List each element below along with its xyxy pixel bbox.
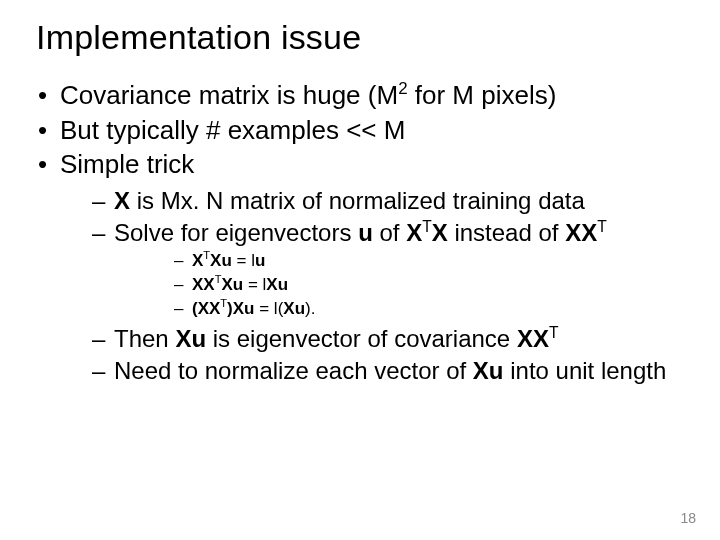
bullet-1-sup: 2 (398, 79, 407, 98)
bullet-2: But typically # examples << M (30, 114, 690, 147)
sub-2-cT: T (422, 218, 432, 235)
sub-2-e: instead of (448, 219, 565, 246)
slide-title: Implementation issue (36, 18, 690, 57)
sub-2-c: X (406, 219, 422, 246)
bullet-1-text-a: Covariance matrix is huge (M (60, 80, 398, 110)
eq-3: (XXT)Xu = l(Xu). (114, 298, 690, 321)
sub-4-c: into unit length (504, 357, 667, 384)
sub-4: Need to normalize each vector of Xu into… (60, 355, 690, 386)
eq1-eq: = l (232, 251, 255, 270)
sub-2-d: X (432, 219, 448, 246)
bullet-1-text-b: for M pixels) (408, 80, 557, 110)
sub-2-b: of (373, 219, 406, 246)
eq1-b: Xu (210, 251, 232, 270)
eq2-a: XX (192, 275, 215, 294)
eq3-d: ). (305, 299, 315, 318)
sub-2-a: Solve for eigenvectors (114, 219, 358, 246)
eq2-eq: = l (243, 275, 266, 294)
eq3-a: (XX (192, 299, 220, 318)
sub-1: X is Mx. N matrix of normalized training… (60, 185, 690, 216)
sub-2-u: u (358, 219, 373, 246)
eq3-b: )Xu (227, 299, 254, 318)
eq1-a: X (192, 251, 203, 270)
sub-3-b: Xu (175, 325, 206, 352)
eq1-u: u (255, 251, 265, 270)
sub-2: Solve for eigenvectors u of XTX instead … (60, 217, 690, 321)
eqlist: XTXu = lu XXTXu = lXu (XXT)Xu = l(Xu). (114, 250, 690, 321)
bullet-1: Covariance matrix is huge (M2 for M pixe… (30, 79, 690, 112)
eq-1: XTXu = lu (114, 250, 690, 273)
sub-3-a: Then (114, 325, 175, 352)
page-number: 18 (680, 510, 696, 526)
sub-3-dT: T (549, 324, 559, 341)
sub-1-rest: is Mx. N matrix of normalized training d… (130, 187, 585, 214)
sub-1-x: X (114, 187, 130, 214)
bullet-3: Simple trick X is Mx. N matrix of normal… (30, 148, 690, 386)
slide: Implementation issue Covariance matrix i… (0, 0, 720, 540)
sub-3: Then Xu is eigenvector of covariance XXT (60, 323, 690, 354)
sub-4-b: Xu (473, 357, 504, 384)
sub-3-d: XX (517, 325, 549, 352)
sub-2-fT: T (597, 218, 607, 235)
eq2-c: Xu (266, 275, 288, 294)
eq3-eq: = l( (254, 299, 283, 318)
sub-4-a: Need to normalize each vector of (114, 357, 473, 384)
bullet-3-text: Simple trick (60, 149, 194, 179)
sub-3-c: is eigenvector of covariance (206, 325, 517, 352)
eq-2: XXTXu = lXu (114, 274, 690, 297)
sub-2-f: XX (565, 219, 597, 246)
eq2-b: Xu (221, 275, 243, 294)
eq3-c: Xu (283, 299, 305, 318)
bullet-list: Covariance matrix is huge (M2 for M pixe… (30, 79, 690, 386)
sublist-1: X is Mx. N matrix of normalized training… (60, 185, 690, 387)
